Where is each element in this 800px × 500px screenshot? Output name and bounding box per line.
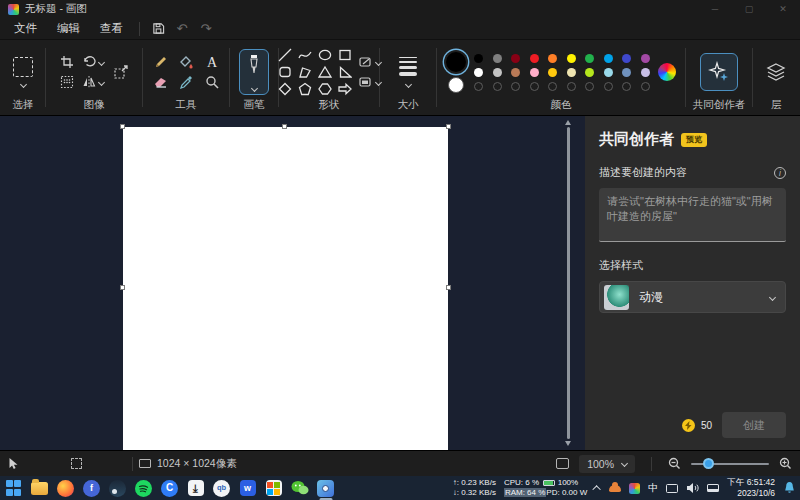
taskbar-downloader[interactable]: ⤓ <box>186 479 205 498</box>
zoom-in-icon[interactable] <box>779 457 792 470</box>
shape-rectangle[interactable] <box>338 48 352 62</box>
palette-color-swatch[interactable] <box>530 54 539 63</box>
zoom-slider[interactable] <box>691 463 769 465</box>
start-button[interactable] <box>4 479 23 498</box>
close-button[interactable]: ✕ <box>766 0 800 18</box>
taskbar-steam[interactable] <box>108 479 127 498</box>
taskbar-files-app[interactable]: f <box>82 479 101 498</box>
custom-color-slot[interactable] <box>567 82 576 91</box>
drawing-canvas[interactable] <box>123 127 448 450</box>
palette-color-swatch[interactable] <box>530 68 539 77</box>
shape-polygon[interactable] <box>298 65 312 79</box>
taskbar-file-explorer[interactable] <box>30 479 49 498</box>
crop-button[interactable] <box>60 55 74 69</box>
fit-to-screen-icon[interactable] <box>556 458 569 469</box>
palette-color-swatch[interactable] <box>604 54 613 63</box>
custom-color-slot[interactable] <box>493 82 502 91</box>
palette-color-swatch[interactable] <box>567 68 576 77</box>
palette-color-swatch[interactable] <box>548 54 557 63</box>
device-tray-icon[interactable] <box>707 484 719 492</box>
palette-color-swatch[interactable] <box>493 54 502 63</box>
notification-bell-icon[interactable] <box>783 481 796 495</box>
zoom-out-icon[interactable] <box>668 457 681 470</box>
chevron-down-icon[interactable] <box>97 78 104 85</box>
scroll-down-icon[interactable] <box>565 441 571 446</box>
custom-color-slot[interactable] <box>474 82 483 91</box>
magnifier-tool-button[interactable] <box>205 75 220 90</box>
custom-color-slot[interactable] <box>585 82 594 91</box>
menu-edit[interactable]: 编辑 <box>47 19 90 38</box>
menu-view[interactable]: 查看 <box>90 19 133 38</box>
chevron-down-icon[interactable] <box>404 81 411 88</box>
taskbar-browser-c[interactable]: C <box>160 479 179 498</box>
edit-colors-wheel-icon[interactable] <box>658 63 676 81</box>
custom-color-slot[interactable] <box>511 82 520 91</box>
chevron-down-icon[interactable] <box>19 81 26 88</box>
photos-tray-icon[interactable] <box>629 483 640 494</box>
vertical-scrollbar[interactable] <box>564 120 572 446</box>
network-speed-monitor[interactable]: ↑: 0.23 KB/s ↓: 0.32 KB/s <box>453 478 496 498</box>
flip-button[interactable] <box>82 75 104 89</box>
palette-color-swatch[interactable] <box>511 68 520 77</box>
palette-color-swatch[interactable] <box>641 68 650 77</box>
primary-color-swatch[interactable] <box>446 52 466 72</box>
custom-color-slot[interactable] <box>622 82 631 91</box>
palette-color-swatch[interactable] <box>585 68 594 77</box>
taskbar-firefox[interactable] <box>56 479 75 498</box>
minimize-button[interactable]: ─ <box>698 0 732 18</box>
taskbar-w-app[interactable]: w <box>238 479 257 498</box>
select-tool-button[interactable] <box>13 57 33 77</box>
secondary-color-swatch[interactable] <box>448 77 464 93</box>
redo-button[interactable]: ↷ <box>194 20 218 38</box>
resize-handle[interactable] <box>282 124 287 129</box>
palette-color-swatch[interactable] <box>474 54 483 63</box>
palette-color-swatch[interactable] <box>585 54 594 63</box>
speaker-icon[interactable] <box>686 482 699 494</box>
shape-right-arrow[interactable] <box>338 82 352 96</box>
custom-color-slot[interactable] <box>530 82 539 91</box>
taskbar-spotify[interactable] <box>134 479 153 498</box>
fill-tool-button[interactable] <box>179 55 194 70</box>
system-monitor[interactable]: CPU: 6 % 100% RAM: 64 %PD: 0.00 W <box>504 478 587 498</box>
scrollbar-thumb[interactable] <box>567 127 570 439</box>
shape-line[interactable] <box>278 48 292 62</box>
info-icon[interactable]: i <box>774 167 786 179</box>
palette-color-swatch[interactable] <box>474 68 483 77</box>
resize-button[interactable] <box>60 75 74 89</box>
rotate-button[interactable] <box>82 55 104 69</box>
ime-indicator[interactable]: 中 <box>648 481 658 495</box>
chevron-down-icon[interactable] <box>250 85 257 92</box>
palette-color-swatch[interactable] <box>622 68 631 77</box>
pencil-tool-button[interactable] <box>153 55 168 70</box>
undo-button[interactable]: ↶ <box>170 20 194 38</box>
resize-handle[interactable] <box>120 285 125 290</box>
shape-oval[interactable] <box>318 48 332 62</box>
brushes-button[interactable] <box>239 49 269 95</box>
prompt-input[interactable] <box>599 188 786 242</box>
custom-color-slot[interactable] <box>604 82 613 91</box>
scroll-up-icon[interactable] <box>565 120 571 125</box>
taskbar-microsoft-store[interactable] <box>264 479 283 498</box>
palette-color-swatch[interactable] <box>493 68 502 77</box>
taskbar-paint-active[interactable] <box>316 479 335 498</box>
save-button[interactable] <box>146 20 170 38</box>
tray-clock[interactable]: 下午 6:51:42 2023/10/6 <box>727 477 775 499</box>
stroke-size-icon[interactable] <box>399 57 417 77</box>
shape-pentagon[interactable] <box>298 82 312 96</box>
canvas-resize-button[interactable] <box>113 64 129 80</box>
layers-icon[interactable] <box>765 61 787 83</box>
shape-curve[interactable] <box>298 48 312 62</box>
zoom-level-dropdown[interactable]: 100% <box>579 455 635 473</box>
palette-color-swatch[interactable] <box>567 54 576 63</box>
color-picker-tool-button[interactable] <box>179 75 194 90</box>
shape-outline-button[interactable] <box>359 56 381 68</box>
shape-rounded-rectangle[interactable] <box>278 65 292 79</box>
resize-handle[interactable] <box>120 124 125 129</box>
palette-color-swatch[interactable] <box>548 68 557 77</box>
zoom-slider-thumb[interactable] <box>703 458 714 469</box>
taskbar-qbittorrent[interactable]: qb <box>212 479 231 498</box>
palette-color-swatch[interactable] <box>641 54 650 63</box>
eraser-tool-button[interactable] <box>153 75 168 90</box>
shape-right-triangle[interactable] <box>338 65 352 79</box>
custom-color-slot[interactable] <box>641 82 650 91</box>
